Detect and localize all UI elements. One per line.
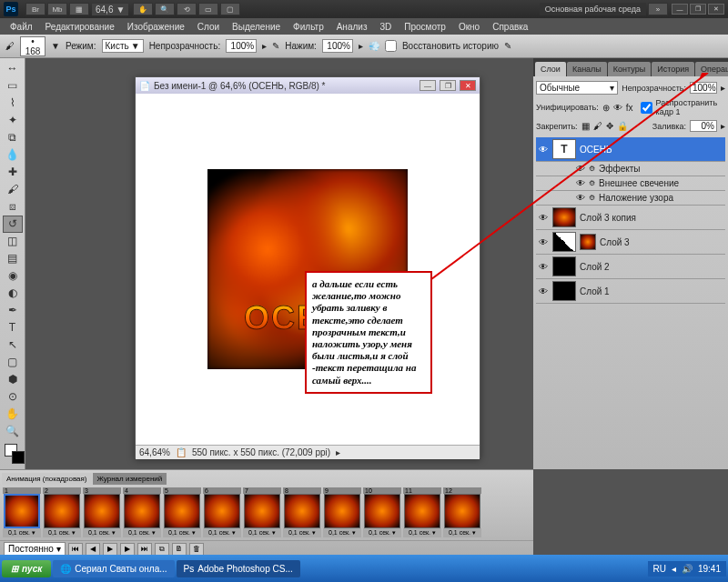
tween-button[interactable]: ⧉ — [155, 543, 169, 556]
menu-view[interactable]: Просмотр — [398, 20, 452, 34]
zoom-tool[interactable]: 🔍 — [3, 423, 23, 440]
play-button[interactable]: ▶ — [103, 543, 117, 556]
unify-style-icon[interactable]: fx — [626, 103, 633, 113]
menu-filter[interactable]: Фильтр — [287, 20, 330, 34]
rotate-icon[interactable]: ⟲ — [177, 3, 197, 15]
layer-item[interactable]: 👁Слой 3 — [536, 230, 725, 255]
tablet-size-icon[interactable]: ✎ — [504, 41, 511, 51]
restore-history-checkbox[interactable] — [385, 40, 397, 52]
frame[interactable]: 30,1 сек. ▾ — [83, 487, 121, 537]
frame[interactable]: 120,1 сек. ▾ — [443, 487, 481, 537]
frame[interactable]: 90,1 сек. ▾ — [323, 487, 361, 537]
path-tool[interactable]: ↖ — [3, 336, 23, 354]
healing-tool[interactable]: ✚ — [3, 164, 23, 181]
hand-icon[interactable]: ✋ — [133, 3, 153, 15]
mini-bridge-icon[interactable]: Mb — [47, 3, 67, 15]
taskbar-task[interactable]: 🌐Сериал Сваты онла... — [53, 560, 174, 577]
layer-fx[interactable]: 👁 ⚙ Наложение узора — [536, 191, 725, 206]
visibility-icon[interactable]: 👁 — [538, 237, 549, 247]
fill-input[interactable]: 0% — [690, 120, 717, 132]
unify-pos-icon[interactable]: ⊕ — [602, 103, 610, 113]
minimize-button[interactable]: — — [672, 4, 688, 15]
visibility-icon[interactable]: 👁 — [538, 213, 549, 223]
layer-item[interactable]: 👁TОСЕНЬ — [536, 137, 725, 162]
doc-zoom[interactable]: 64,64% — [139, 447, 170, 457]
brush-tool[interactable]: 🖌 — [3, 181, 23, 198]
loop-select[interactable]: Постоянно ▾ — [4, 542, 66, 556]
visibility-icon[interactable]: 👁 — [538, 145, 549, 155]
start-button[interactable]: ⊞пуск — [2, 560, 51, 577]
menu-select[interactable]: Выделение — [226, 20, 287, 34]
brush-preview[interactable]: •168 — [20, 36, 46, 56]
tab-actions[interactable]: Операции — [695, 62, 728, 76]
pen-tool[interactable]: ✒ — [3, 302, 23, 319]
menu-analysis[interactable]: Анализ — [330, 20, 374, 34]
propagate-checkbox[interactable] — [641, 102, 652, 114]
layer-item[interactable]: 👁Слой 1 — [536, 279, 725, 304]
lock-pos-icon[interactable]: ✥ — [606, 121, 613, 131]
lock-all-icon[interactable]: 🔒 — [617, 121, 628, 131]
blur-tool[interactable]: ◉ — [3, 267, 23, 285]
flow-input[interactable]: 100% — [322, 39, 353, 53]
volume-icon[interactable]: 🔊 — [682, 564, 693, 574]
system-tray[interactable]: RU ◂ 🔊 19:41 — [648, 561, 726, 577]
last-frame-button[interactable]: ⏭ — [137, 543, 152, 556]
type-tool[interactable]: T — [3, 319, 23, 336]
3d-tool[interactable]: ⬢ — [3, 371, 23, 388]
blend-mode[interactable]: Обычные▾ — [536, 81, 618, 95]
wand-tool[interactable]: ✦ — [3, 112, 23, 129]
layer-fx[interactable]: 👁 ⚙ Эффекты — [536, 162, 725, 176]
tab-history[interactable]: История — [652, 62, 694, 76]
color-swatches[interactable] — [2, 444, 23, 467]
menu-layer[interactable]: Слои — [191, 20, 226, 34]
workspace-switcher[interactable]: Основная рабочая среда — [540, 3, 646, 15]
layer-opacity[interactable]: 100% — [690, 82, 717, 94]
zoom-dropdown[interactable]: 64,6▼ — [92, 4, 128, 15]
tool-preset-icon[interactable]: 🖌 — [5, 41, 15, 51]
frame[interactable]: 60,1 сек. ▾ — [203, 487, 241, 537]
menu-3d[interactable]: 3D — [373, 20, 398, 34]
arrange-icon[interactable]: ▭ — [198, 3, 218, 15]
eyedropper-tool[interactable]: 💧 — [3, 146, 23, 164]
hand-tool[interactable]: ✋ — [3, 406, 23, 423]
blend-mode-select[interactable]: Кисть▼ — [102, 39, 144, 53]
new-frame-button[interactable]: 🗎 — [172, 543, 187, 556]
layer-item[interactable]: 👁Слой 2 — [536, 255, 725, 279]
frame[interactable]: 20,1 сек. ▾ — [43, 487, 81, 537]
first-frame-button[interactable]: ⏮ — [68, 543, 83, 556]
tab-layers[interactable]: Слои — [535, 62, 566, 76]
close-button[interactable]: ✕ — [708, 4, 724, 15]
maximize-button[interactable]: ❐ — [690, 4, 706, 15]
doc-minimize-button[interactable]: — — [420, 80, 436, 91]
lock-paint-icon[interactable]: 🖌 — [593, 121, 602, 131]
move-tool[interactable]: ↔ — [3, 60, 23, 77]
menu-file[interactable]: Файл — [4, 20, 39, 34]
dodge-tool[interactable]: ◐ — [3, 285, 23, 302]
frame[interactable]: 40,1 сек. ▾ — [123, 487, 161, 537]
frame[interactable]: 50,1 сек. ▾ — [163, 487, 201, 537]
doc-maximize-button[interactable]: ❐ — [440, 80, 456, 91]
delete-frame-button[interactable]: 🗑 — [189, 543, 204, 556]
marquee-tool[interactable]: ▭ — [3, 77, 23, 95]
background-color[interactable] — [12, 451, 25, 464]
zoom-icon[interactable]: 🔍 — [155, 3, 175, 15]
menu-help[interactable]: Справка — [486, 20, 534, 34]
opacity-input[interactable]: 100% — [226, 39, 257, 53]
gradient-tool[interactable]: ▤ — [3, 250, 23, 267]
shape-tool[interactable]: ▢ — [3, 354, 23, 371]
stamp-tool[interactable]: ⧇ — [3, 198, 23, 216]
tab-animation[interactable]: Анимация (покадровая) — [2, 473, 92, 485]
airbrush-icon[interactable]: 💨 — [369, 41, 379, 51]
frame[interactable]: 70,1 сек. ▾ — [243, 487, 281, 537]
doc-titlebar[interactable]: 📄 Без имени-1 @ 64,6% (ОСЕНЬ, RGB/8) * —… — [136, 77, 480, 94]
unify-vis-icon[interactable]: 👁 — [613, 103, 622, 113]
workspace-more-icon[interactable]: » — [648, 3, 668, 15]
tab-measure[interactable]: Журнал измерений — [93, 473, 167, 485]
next-frame-button[interactable]: ▶ — [120, 543, 135, 556]
prev-frame-button[interactable]: ◀ — [86, 543, 100, 556]
layer-item[interactable]: 👁Слой 3 копия — [536, 206, 725, 230]
history-brush-tool[interactable]: ↺ — [3, 216, 23, 233]
visibility-icon[interactable]: 👁 — [538, 286, 549, 296]
menu-window[interactable]: Окно — [452, 20, 486, 34]
view-extras-icon[interactable]: ▦ — [69, 3, 89, 15]
